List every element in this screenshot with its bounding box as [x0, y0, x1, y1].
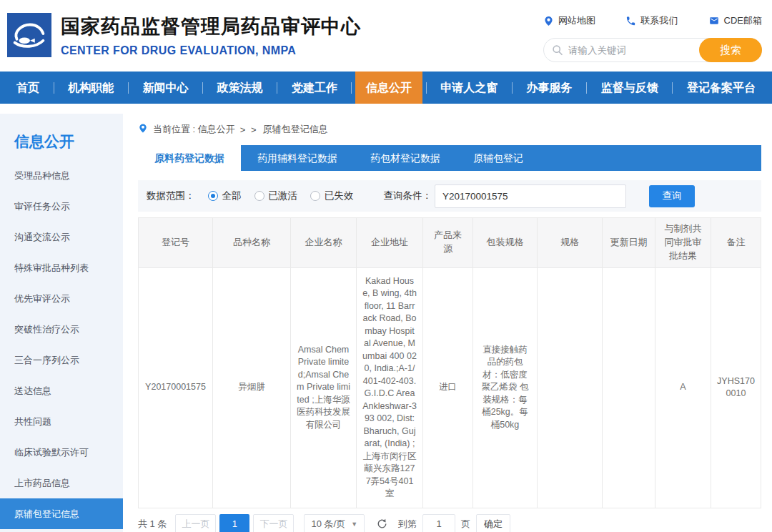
col-update-date: 更新日期	[603, 218, 655, 268]
radio-activated-circle[interactable]	[254, 191, 264, 201]
main-nav: 首页 机构职能 新闻中心 政策法规 党建工作 信息公开 申请人之窗 办事服务 监…	[0, 72, 772, 104]
page-number-1[interactable]: 1	[219, 514, 249, 532]
nav-item-info-disclosure[interactable]: 信息公开	[355, 72, 422, 104]
site-header: 国家药品监督管理局药品审评中心 CENTER FOR DRUG EVALUATI…	[0, 0, 772, 72]
prev-page-button[interactable]: 上一页	[175, 514, 216, 532]
brand: 国家药品监督管理局药品审评中心 CENTER FOR DRUG EVALUATI…	[7, 13, 361, 57]
sidebar-item-three-in-one[interactable]: 三合一序列公示	[0, 345, 123, 375]
query-input[interactable]	[435, 184, 626, 208]
header-utilities: 网站地图 联系我们 CDE邮箱 搜索	[543, 14, 762, 62]
sidebar-item-special-approval[interactable]: 特殊审批品种列表	[0, 252, 123, 283]
cell-registration-number: Y20170001575	[139, 267, 213, 508]
tab-excipient-registration-data[interactable]: 药用辅料登记数据	[241, 145, 354, 171]
radio-all-circle[interactable]	[208, 191, 218, 201]
sitemap-label: 网站地图	[558, 14, 595, 27]
nav-item-services[interactable]: 办事服务	[516, 72, 583, 104]
tab-packaging-registration-data[interactable]: 药包材登记数据	[354, 145, 457, 171]
nav-item-applicant-window[interactable]: 申请人之窗	[430, 72, 508, 104]
nav-item-policy[interactable]: 政策法规	[207, 72, 274, 104]
nav-item-news[interactable]: 新闻中心	[132, 72, 199, 104]
sidebar-item-priority-review[interactable]: 优先审评公示	[0, 283, 123, 314]
query-label: 查询条件：	[384, 189, 432, 202]
refresh-icon[interactable]	[376, 518, 388, 530]
table-row: Y20170001575 异烟肼 Amsal Chem Private limi…	[139, 267, 761, 508]
sidebar-item-marketed-drugs[interactable]: 上市药品信息	[0, 468, 123, 498]
nav-separator	[351, 82, 352, 94]
col-company-name: 企业名称	[291, 218, 357, 268]
tab-api-registration-data[interactable]: 原料药登记数据	[138, 145, 241, 171]
nav-item-home[interactable]: 首页	[6, 72, 50, 104]
breadcrumb-current: 原辅包登记信息	[263, 123, 328, 136]
nav-separator	[672, 82, 673, 94]
sidebar-item-raw-excipient-packaging-registration[interactable]: 原辅包登记信息	[0, 498, 123, 529]
jump-page-input[interactable]	[422, 514, 455, 532]
brand-titles: 国家药品监督管理局药品审评中心 CENTER FOR DRUG EVALUATI…	[61, 13, 361, 57]
scope-label: 数据范围：	[147, 189, 195, 202]
radio-expired[interactable]: 已失效	[310, 189, 354, 202]
page-size-label: 10 条/页	[311, 518, 345, 531]
nav-item-registration-platform[interactable]: 登记备案平台	[676, 72, 766, 104]
nav-separator	[586, 82, 587, 94]
mail-icon	[708, 16, 720, 26]
jump-to-label: 到第	[398, 518, 417, 531]
cell-product-source: 进口	[423, 267, 473, 508]
cell-joint-approval-result: A	[655, 267, 711, 508]
col-remarks: 备注	[711, 218, 761, 268]
pagination: 共 1 条 上一页 1 下一页 10 条/页 ▼ 到第 页 确定	[138, 514, 761, 532]
table-header-row: 登记号 品种名称 企业名称 企业地址 产品来源 包装规格 规格 更新日期 与制剂…	[139, 218, 761, 268]
radio-all[interactable]: 全部	[208, 189, 242, 202]
col-product-source: 产品来源	[423, 218, 473, 268]
sidebar-item-communication[interactable]: 沟通交流公示	[0, 222, 123, 252]
contact-label: 联系我们	[640, 14, 678, 27]
breadcrumb-location: 当前位置 : 信息公开	[153, 123, 235, 136]
sidebar-item-clinical-trial-implied-license[interactable]: 临床试验默示许可	[0, 437, 123, 468]
jump-unit-label: 页	[461, 518, 470, 531]
col-registration-number: 登记号	[139, 218, 213, 268]
sidebar-item-delivery-info[interactable]: 送达信息	[0, 375, 123, 406]
nav-item-functions[interactable]: 机构职能	[57, 72, 124, 104]
query-button[interactable]: 查询	[649, 185, 695, 207]
sitemap-link[interactable]: 网站地图	[543, 14, 595, 27]
contact-link[interactable]: 联系我们	[625, 14, 678, 27]
sidebar-item-review-tasks[interactable]: 审评任务公示	[0, 191, 123, 222]
tab-raw-excipient-packaging[interactable]: 原辅包登记	[457, 145, 540, 171]
search-button[interactable]: 搜索	[699, 38, 762, 62]
search-icon	[552, 44, 563, 59]
radio-activated[interactable]: 已激活	[254, 189, 298, 202]
cell-remarks: JYHS1700010	[711, 267, 761, 508]
breadcrumb-separator: > >	[240, 124, 258, 135]
sidebar-item-breakthrough-therapy[interactable]: 突破性治疗公示	[0, 314, 123, 345]
confirm-button[interactable]: 确定	[476, 514, 510, 532]
col-packaging-spec: 包装规格	[473, 218, 538, 268]
nav-separator	[54, 82, 54, 94]
site-title-en: CENTER FOR DRUG EVALUATION, NMPA	[61, 44, 361, 57]
radio-expired-circle[interactable]	[310, 191, 320, 201]
radio-all-label: 全部	[222, 189, 242, 202]
nav-separator	[277, 82, 277, 94]
tabbar: 原料药登记数据 药用辅料登记数据 药包材登记数据 原辅包登记	[138, 145, 761, 171]
page-size-select[interactable]: 10 条/页 ▼	[304, 514, 365, 532]
cde-mail-link[interactable]: CDE邮箱	[708, 14, 762, 27]
cell-company-name: Amsal Chem Private limited;Amsal Chem Pr…	[291, 267, 357, 508]
nav-item-supervision[interactable]: 监督与反馈	[590, 72, 669, 104]
next-page-button[interactable]: 下一页	[253, 514, 294, 532]
breadcrumb: 当前位置 : 信息公开 > > 原辅包登记信息	[138, 114, 761, 145]
col-variety-name: 品种名称	[213, 218, 291, 268]
phone-icon	[625, 16, 636, 26]
location-pin-icon	[543, 16, 554, 26]
sidebar-item-common-issues[interactable]: 共性问题	[0, 406, 123, 437]
content-wrap: 信息公开 受理品种信息 审评任务公示 沟通交流公示 特殊审批品种列表 优先审评公…	[0, 114, 772, 532]
filterbar: 数据范围： 全部 已激活 已失效 查询条件： 查询	[138, 180, 761, 212]
main-panel: 当前位置 : 信息公开 > > 原辅包登记信息 原料药登记数据 药用辅料登记数据…	[138, 114, 761, 532]
site-title-cn: 国家药品监督管理局药品审评中心	[61, 14, 361, 39]
caret-down-icon: ▼	[351, 521, 357, 528]
sidebar: 信息公开 受理品种信息 审评任务公示 沟通交流公示 特殊审批品种列表 优先审评公…	[0, 114, 123, 532]
registration-table: 登记号 品种名称 企业名称 企业地址 产品来源 包装规格 规格 更新日期 与制剂…	[138, 217, 761, 508]
nav-separator	[202, 82, 203, 94]
col-joint-approval-result: 与制剂共同审批审批结果	[655, 218, 711, 268]
sidebar-item-accepted-varieties[interactable]: 受理品种信息	[0, 160, 123, 191]
nav-item-party[interactable]: 党建工作	[281, 72, 348, 104]
cell-update-date	[603, 267, 655, 508]
cell-company-address: Kakad House, B wing, 4th floor, 11 Barra…	[357, 267, 423, 508]
nav-separator	[512, 82, 513, 94]
